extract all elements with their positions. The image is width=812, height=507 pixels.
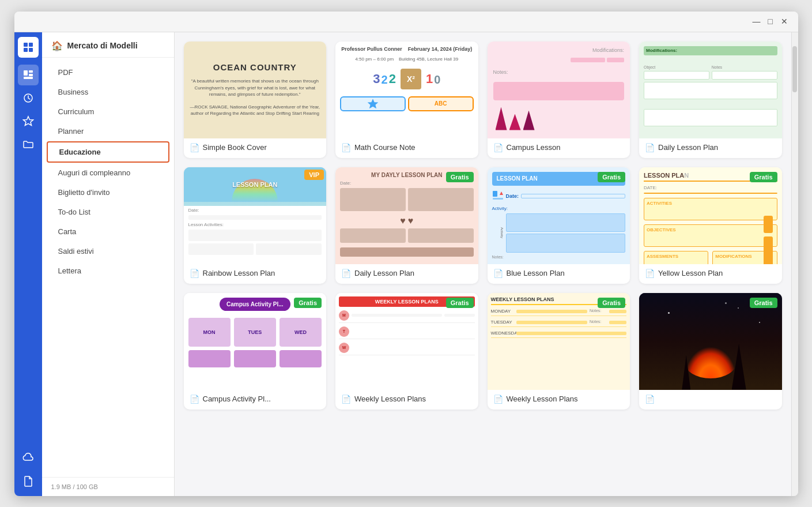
main-content: OCEAN COUNTRY "A beautiful written memor… (175, 32, 791, 496)
sidebar-item-educazione[interactable]: Educazione (47, 141, 169, 163)
sidebar-item-business[interactable]: Business (47, 82, 169, 102)
card-label-campus: 📄 Campus Lesson (488, 138, 630, 158)
doc-icon-daily-lp: 📄 (645, 143, 655, 152)
card-label-rainbow: 📄 Rainbow Lesson Plan (184, 264, 327, 284)
card-title-weekly1: Weekly Lesson Plans (354, 395, 426, 403)
svg-rect-6 (29, 74, 33, 76)
star-icon[interactable] (18, 111, 39, 132)
card-title-daily-lp: Daily Lesson Plan (658, 143, 718, 152)
sidebar-item-biglietto[interactable]: Biglietto d'invito (47, 183, 169, 202)
sidebar-item-todo[interactable]: To-do List (47, 202, 169, 221)
svg-marker-9 (23, 117, 33, 126)
clock-icon[interactable] (18, 88, 39, 108)
card-label-math: 📄 Math Course Note (335, 138, 478, 158)
card-thumb-math: Professor Pullus Conner February 14, 202… (335, 42, 478, 138)
doc-icon-dark: 📄 (645, 395, 655, 404)
card-thumb-campus: Modifications: Notes: (488, 42, 630, 138)
doc-icon-weekly2: 📄 (493, 395, 503, 404)
sidebar-header: 🏠 Mercato di Modelli (42, 32, 174, 58)
card-title-rainbow: Rainbow Lesson Plan (203, 269, 275, 277)
doc-icon: 📄 (190, 143, 199, 152)
card-thumb-yellow-lp: Gratis LESSON PLAN DATE: ACTIVITIES OBJE… (639, 167, 782, 264)
card-thumb-weekly1: Gratis WEEKLY LESSON PLANS M (335, 293, 478, 390)
sidebar-item-carta[interactable]: Carta (47, 222, 169, 241)
minimize-button[interactable]: — (750, 14, 764, 28)
template-card-simple-book[interactable]: OCEAN COUNTRY "A beautiful written memor… (184, 42, 327, 158)
svg-rect-12 (493, 198, 503, 200)
sidebar-item-saldi[interactable]: Saldi estivi (47, 242, 169, 261)
card-label-weekly1: 📄 Weekly Lesson Plans (335, 390, 478, 410)
card-label-daily-lp: 📄 Daily Lesson Plan (639, 138, 782, 158)
cloud-icon[interactable] (18, 448, 39, 468)
doc-icon-campus-act: 📄 (190, 395, 199, 404)
doc-icon-rainbow: 📄 (190, 269, 199, 278)
home-icon: 🏠 (51, 40, 63, 51)
app-window: — □ ✕ (14, 12, 798, 496)
templates-icon[interactable] (18, 65, 39, 85)
template-card-blue-lp[interactable]: Gratis LESSON PLAN Date: Activity: Activ… (488, 167, 630, 284)
card-thumb-daily-lp: Modifications: Object Notes (639, 42, 782, 138)
card-label-daily-lp2: 📄 Daily Lesson Plan (335, 264, 478, 284)
card-title-campus: Campus Lesson (507, 143, 561, 152)
svg-rect-7 (24, 77, 33, 79)
card-label-campus-act: 📄 Campus Activity Pl... (184, 390, 327, 410)
svg-rect-3 (29, 48, 33, 52)
card-title-campus-act: Campus Activity Pl... (203, 395, 271, 403)
card-label-dark: 📄 (639, 390, 782, 410)
template-card-yellow-lp[interactable]: Gratis LESSON PLAN DATE: ACTIVITIES OBJE… (639, 167, 782, 284)
template-card-math[interactable]: Professor Pullus Conner February 14, 202… (335, 42, 478, 158)
sidebar-item-lettera[interactable]: Lettera (47, 261, 169, 280)
app-icon[interactable] (18, 37, 39, 58)
svg-rect-0 (24, 43, 28, 47)
sidebar-title: Mercato di Modelli (67, 41, 138, 50)
doc-icon-blue-lp: 📄 (493, 269, 503, 278)
card-thumb-weekly2: Gratis WEEKLY LESSON PLANS MONDAY Notes:… (488, 293, 630, 390)
card-title-math: Math Course Note (354, 143, 416, 152)
scrollbar-thumb[interactable] (792, 46, 797, 92)
template-card-dark[interactable]: Gratis 📄 (639, 293, 782, 410)
card-title-weekly2: Weekly Lesson Plans (507, 395, 578, 403)
sidebar-item-curriculum[interactable]: Curriculum (47, 102, 169, 121)
template-card-campus-act[interactable]: Gratis Campus Activity Pl... MON TUES WE… (184, 293, 327, 410)
svg-marker-10 (368, 99, 379, 108)
template-card-daily-lp2[interactable]: Gratis MY DAYLY LESSON PLAN Date: ♥ ♥ (335, 167, 478, 284)
folder-icon[interactable] (18, 134, 39, 155)
template-card-rainbow[interactable]: LESSON PLAN VIP Date: Lesson Activities: (184, 167, 327, 284)
template-card-weekly2[interactable]: Gratis WEEKLY LESSON PLANS MONDAY Notes:… (488, 293, 630, 410)
card-title-blue-lp: Blue Lesson Plan (507, 269, 565, 277)
sidebar-nav: PDF Business Curriculum Planner Educazio… (42, 58, 174, 477)
card-thumb-daily-lp2: Gratis MY DAYLY LESSON PLAN Date: ♥ ♥ (335, 167, 478, 264)
svg-rect-1 (29, 43, 33, 47)
close-button[interactable]: ✕ (777, 14, 791, 28)
card-thumb-rainbow: LESSON PLAN VIP Date: Lesson Activities: (184, 167, 327, 264)
template-card-campus[interactable]: Modifications: Notes: (488, 42, 630, 158)
doc-icon-math: 📄 (341, 143, 351, 152)
svg-rect-4 (24, 70, 28, 76)
card-title-daily-lp2: Daily Lesson Plan (354, 269, 414, 277)
card-thumb-simple-book: OCEAN COUNTRY "A beautiful written memor… (184, 42, 327, 138)
svg-rect-5 (29, 70, 33, 73)
card-label-simple-book: 📄 Simple Book Cover (184, 138, 327, 158)
templates-grid: OCEAN COUNTRY "A beautiful written memor… (184, 42, 782, 410)
template-card-daily-lp[interactable]: Modifications: Object Notes (639, 42, 782, 158)
document-icon[interactable] (18, 471, 39, 491)
restore-button[interactable]: □ (764, 14, 777, 28)
card-label-yellow-lp: 📄 Yellow Lesson Plan (639, 264, 782, 284)
card-thumb-dark: Gratis (639, 293, 782, 390)
card-thumb-blue-lp: Gratis LESSON PLAN Date: Activity: Activ… (488, 167, 630, 264)
doc-icon-yellow-lp: 📄 (645, 269, 655, 278)
sidebar-item-planner[interactable]: Planner (47, 122, 169, 141)
svg-rect-2 (24, 48, 28, 52)
card-label-blue-lp: 📄 Blue Lesson Plan (488, 264, 630, 284)
svg-rect-11 (493, 191, 497, 197)
app-body: 🏠 Mercato di Modelli PDF Business Curric… (14, 32, 798, 496)
doc-icon-weekly1: 📄 (341, 395, 351, 404)
sidebar: 🏠 Mercato di Modelli PDF Business Curric… (42, 32, 175, 496)
doc-icon-daily-lp2: 📄 (341, 269, 351, 278)
storage-info: 1.9 MB / 100 GB (42, 477, 174, 496)
doc-icon-campus: 📄 (493, 143, 503, 152)
sidebar-item-pdf[interactable]: PDF (47, 63, 169, 82)
scrollbar[interactable] (791, 32, 798, 496)
template-card-weekly1[interactable]: Gratis WEEKLY LESSON PLANS M (335, 293, 478, 410)
sidebar-item-auguri[interactable]: Auguri di compleanno (47, 163, 169, 182)
